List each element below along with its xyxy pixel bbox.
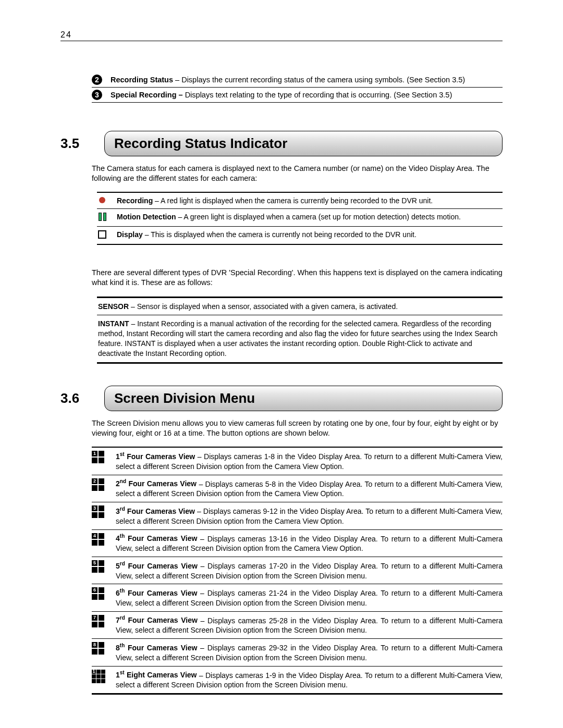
screen-division-row: 77rd Four Cameras View – Displays camera… xyxy=(92,612,503,639)
screen-division-row: 55rd Four Cameras View – Displays camera… xyxy=(92,557,503,584)
grid-button-icon: 3 xyxy=(92,505,105,518)
screen-division-row: 88th Four Cameras View – Displays camera… xyxy=(92,639,503,666)
page-number: 24 xyxy=(60,30,503,40)
screen-division-text: 2nd Four Cameras View – Displays cameras… xyxy=(116,478,503,499)
special-row-sensor: SENSOR – Sensor is displayed when a sens… xyxy=(97,298,503,316)
special-recording-block: SENSOR – Sensor is displayed when a sens… xyxy=(97,297,503,364)
circle-number-icon: 3 xyxy=(92,90,102,100)
screen-division-row: 66th Four Cameras View – Displays camera… xyxy=(92,584,503,611)
screen-division-text: 1st Eight Cameras View – Displays camera… xyxy=(116,670,503,690)
status-text: Motion Detection – A green light is disp… xyxy=(117,213,461,221)
section-number: 3.5 xyxy=(60,135,89,152)
grid-button-icon: 4 xyxy=(92,533,105,546)
grid-button-icon: 7 xyxy=(92,615,105,627)
section-number: 3.6 xyxy=(60,390,89,406)
recording-icon xyxy=(97,196,107,205)
paragraph: The Camera status for each camera is dis… xyxy=(92,164,503,183)
display-box-icon xyxy=(97,230,107,240)
paragraph: There are several different types of DVR… xyxy=(92,268,503,288)
screen-division-text: 3rd Four Cameras View – Displays cameras… xyxy=(116,505,503,526)
grid-button-icon: 5 xyxy=(92,560,105,573)
callout-row-3: 3 Special Recording – Displays text rela… xyxy=(92,88,503,103)
screen-division-text: 8th Four Cameras View – Displays cameras… xyxy=(116,642,503,662)
status-text: Recording – A red light is displayed whe… xyxy=(117,196,433,205)
status-row-motion: Motion Detection – A green light is disp… xyxy=(97,209,503,227)
status-row-recording: Recording – A red light is displayed whe… xyxy=(97,192,503,209)
screen-division-row: 11st Four Cameras View – Displays camera… xyxy=(92,447,503,475)
screen-division-text: 4th Four Cameras View – Displays cameras… xyxy=(116,533,503,553)
grid-button-icon: 1 xyxy=(92,670,105,683)
paragraph: The Screen Division menu allows you to v… xyxy=(92,418,503,438)
screen-division-row: 11st Eight Cameras View – Displays camer… xyxy=(92,667,503,695)
status-text: Display – This is displayed when the cam… xyxy=(117,230,417,239)
horizontal-rule xyxy=(60,41,503,41)
section-title: Screen Division Menu xyxy=(104,386,503,411)
callout-row-2: 2 Recording Status – Displays the curren… xyxy=(92,72,503,88)
document-page: 24 2 Recording Status – Displays the cur… xyxy=(0,0,563,728)
screen-division-text: 5rd Four Cameras View – Displays cameras… xyxy=(116,560,503,581)
special-row-instant: INSTANT – Instant Recording is a manual … xyxy=(97,315,503,364)
screen-division-text: 7rd Four Cameras View – Displays cameras… xyxy=(116,615,503,635)
section-title: Recording Status Indicator xyxy=(104,131,503,156)
screen-division-list: 11st Four Cameras View – Displays camera… xyxy=(60,447,503,695)
section-heading-3-6: 3.6 Screen Division Menu xyxy=(60,386,503,411)
section-heading-3-5: 3.5 Recording Status Indicator xyxy=(60,131,503,156)
grid-button-icon: 1 xyxy=(92,451,105,463)
grid-button-icon: 6 xyxy=(92,587,105,600)
screen-division-row: 33rd Four Cameras View – Displays camera… xyxy=(92,502,503,529)
callout-text: Recording Status – Displays the current … xyxy=(111,76,465,84)
screen-division-row: 44th Four Cameras View – Displays camera… xyxy=(92,530,503,557)
grid-button-icon: 8 xyxy=(92,642,105,655)
motion-icon xyxy=(97,213,107,223)
screen-division-text: 6th Four Cameras View – Displays cameras… xyxy=(116,587,503,608)
screen-division-row: 22nd Four Cameras View – Displays camera… xyxy=(92,475,503,502)
circle-number-icon: 2 xyxy=(92,75,102,85)
grid-button-icon: 2 xyxy=(92,478,105,491)
screen-division-text: 1st Four Cameras View – Displays cameras… xyxy=(116,451,503,471)
status-row-display: Display – This is displayed when the cam… xyxy=(97,227,503,245)
callout-text: Special Recording – Displays text relati… xyxy=(111,91,452,99)
